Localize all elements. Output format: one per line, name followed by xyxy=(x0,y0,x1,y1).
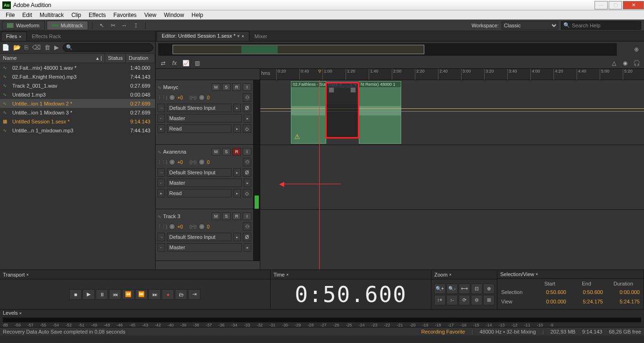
move-tool-icon[interactable]: ↖ xyxy=(97,21,107,30)
files-filter-input[interactable]: 🔍 xyxy=(63,43,153,52)
input-select[interactable]: Default Stereo Input xyxy=(167,104,231,112)
close-button[interactable]: ✕ xyxy=(623,1,644,9)
track-content[interactable]: ◀ 02.Faithless - Sun ht Remix) 48000 1 T… xyxy=(260,80,644,270)
automation-mode-select[interactable]: Read xyxy=(167,189,231,197)
record-button[interactable]: ● xyxy=(162,289,174,300)
zoom-out-v-button[interactable]: ↕- xyxy=(446,295,458,305)
track-name[interactable]: ∿Track 3 xyxy=(157,213,210,219)
menu-effects[interactable]: Effects xyxy=(85,11,109,19)
view-dur[interactable]: 5:24.175 xyxy=(607,299,640,307)
zoom-in-v-button[interactable]: ↕+ xyxy=(434,295,446,305)
skip-selection-button[interactable]: ⇥ xyxy=(188,289,200,300)
input-arrow-icon[interactable]: → xyxy=(157,233,165,241)
arm-record-button[interactable]: R xyxy=(232,148,241,155)
zoom-full-button[interactable]: ⟷ xyxy=(459,284,470,294)
menu-multitrack[interactable]: Multitrack xyxy=(36,11,67,19)
input-config-button[interactable]: Ø xyxy=(243,233,251,241)
playhead[interactable] xyxy=(319,80,320,270)
solo-button[interactable]: S xyxy=(222,148,231,155)
menu-view[interactable]: View xyxy=(140,11,160,19)
automation-config-button[interactable]: ◇ xyxy=(243,124,251,133)
file-row[interactable]: ∿02.Fait...Knight Remix).mp37:44.143 xyxy=(0,72,155,81)
new-file-icon[interactable]: 📄 xyxy=(2,44,9,51)
solo-button[interactable]: S xyxy=(222,83,231,91)
mute-button[interactable]: M xyxy=(212,83,220,91)
zoom-out-h-button[interactable]: 🔍- xyxy=(446,284,458,294)
zoom-custom-button[interactable]: ⊞ xyxy=(483,295,495,305)
pan-knob[interactable] xyxy=(198,223,205,230)
automation-config-button[interactable]: ◇ xyxy=(243,189,251,197)
tab-effects-rack[interactable]: Effects Rack xyxy=(27,32,66,41)
loop-toggle-button[interactable]: 🗁 xyxy=(175,289,187,300)
output-arrow-icon[interactable]: ← xyxy=(157,243,165,252)
go-start-button[interactable]: ⏮ xyxy=(109,289,121,300)
file-row[interactable]: ∿Untitled 1.mp30:00.048 xyxy=(0,90,155,99)
mute-button[interactable]: M xyxy=(212,212,220,220)
overview-bar[interactable] xyxy=(158,43,617,56)
time-select-tool-icon[interactable]: 𝙸 xyxy=(131,21,140,30)
sel-start[interactable]: 0:50.600 xyxy=(533,289,566,298)
track-name[interactable]: ∿Акапелла xyxy=(157,149,210,155)
file-row[interactable]: ∿02.Fait...mix) 48000 1.wav *1:40.000 xyxy=(0,63,155,72)
zoom-reset-icon[interactable]: ⊕ xyxy=(632,45,641,54)
snap-icon[interactable]: △ xyxy=(609,59,619,67)
volume-knob[interactable] xyxy=(169,94,175,101)
menu-file[interactable]: File xyxy=(2,11,18,19)
loop-icon[interactable]: ⇄ xyxy=(158,59,168,67)
zoom-in-h-button[interactable]: 🔍+ xyxy=(434,284,446,294)
col-duration[interactable]: Duration xyxy=(126,54,155,63)
mode-multitrack[interactable]: Multitrack xyxy=(47,21,88,30)
tab-editor[interactable]: Editor: Untitled Session 1.sesx * ▾× xyxy=(157,31,249,41)
automation-mode-select[interactable]: Read xyxy=(167,124,231,133)
zoom-in-point-button[interactable]: ⊕ xyxy=(483,284,495,294)
minimize-button[interactable]: — xyxy=(594,1,608,9)
workspace-select[interactable]: Classic xyxy=(502,21,558,30)
files-list[interactable]: ∿02.Fait...mix) 48000 1.wav *1:40.000∿02… xyxy=(0,63,155,270)
tab-files[interactable]: Files× xyxy=(1,32,27,41)
file-row[interactable]: ∿Untitle...n 1_mixdown.mp37:44.143 xyxy=(0,126,155,135)
phase-button[interactable]: ⦵ xyxy=(243,93,251,102)
menu-edit[interactable]: Edit xyxy=(18,11,36,19)
slip-tool-icon[interactable]: ↔ xyxy=(120,21,129,30)
arm-record-button[interactable]: R xyxy=(232,83,241,91)
automation-expand-icon[interactable]: ▸ xyxy=(157,189,165,197)
menu-favorites[interactable]: Favorites xyxy=(110,11,140,19)
pan-knob[interactable] xyxy=(198,159,205,165)
file-row[interactable]: ▦Untitled Session 1.sesx *9:14.143 xyxy=(0,117,155,126)
open-file-icon[interactable]: 📂 xyxy=(13,44,21,51)
clip-remix[interactable]: ht Remix) 48000 1 xyxy=(359,81,401,144)
output-select[interactable]: Master xyxy=(167,179,242,187)
file-row[interactable]: ∿Track 2_001_1.wav0:27.699 xyxy=(0,81,155,90)
menu-window[interactable]: Window xyxy=(160,11,188,19)
headphones-icon[interactable]: 🎧 xyxy=(632,59,641,67)
phase-button[interactable]: ⦵ xyxy=(243,222,251,231)
input-arrow-icon[interactable]: → xyxy=(157,168,165,177)
mode-waveform[interactable]: Waveform xyxy=(2,21,45,30)
automation-expand-icon[interactable]: ▸ xyxy=(157,124,165,133)
close-file-icon[interactable]: ⌫ xyxy=(32,44,41,51)
arm-record-button[interactable]: R xyxy=(232,212,241,220)
view-start[interactable]: 0:00.000 xyxy=(533,299,566,307)
input-select[interactable]: Default Stereo Input xyxy=(167,168,231,177)
maximize-button[interactable]: ▢ xyxy=(609,1,622,9)
envelope-icon[interactable]: 📈 xyxy=(181,59,190,67)
play-icon[interactable]: ▶ xyxy=(54,44,59,51)
monitor-input-button[interactable]: I xyxy=(243,148,251,155)
monitor-input-button[interactable]: I xyxy=(243,83,251,91)
input-select[interactable]: Default Stereo Input xyxy=(167,233,231,241)
input-config-button[interactable]: Ø xyxy=(243,104,251,112)
search-help-input[interactable]: 🔍 Search Help xyxy=(561,21,641,30)
timeline-ruler[interactable]: hms ▿ 0:200:401:001:201:402:002:202:403:… xyxy=(260,69,644,80)
fx-icon[interactable]: fx xyxy=(170,59,179,67)
output-select[interactable]: Master xyxy=(167,243,242,252)
bars-icon[interactable]: ▥ xyxy=(192,59,202,67)
pan-knob[interactable] xyxy=(198,94,205,101)
play-button[interactable]: ▶ xyxy=(83,289,95,300)
forward-button[interactable]: ⏩ xyxy=(135,289,148,300)
stop-button[interactable]: ■ xyxy=(69,289,82,300)
solo-button[interactable]: S xyxy=(222,212,231,220)
output-select[interactable]: Master xyxy=(167,114,242,122)
monitor-input-button[interactable]: I xyxy=(243,212,251,220)
zoom-sel-button[interactable]: ⊡ xyxy=(471,284,482,294)
col-status[interactable]: Status xyxy=(105,54,126,63)
